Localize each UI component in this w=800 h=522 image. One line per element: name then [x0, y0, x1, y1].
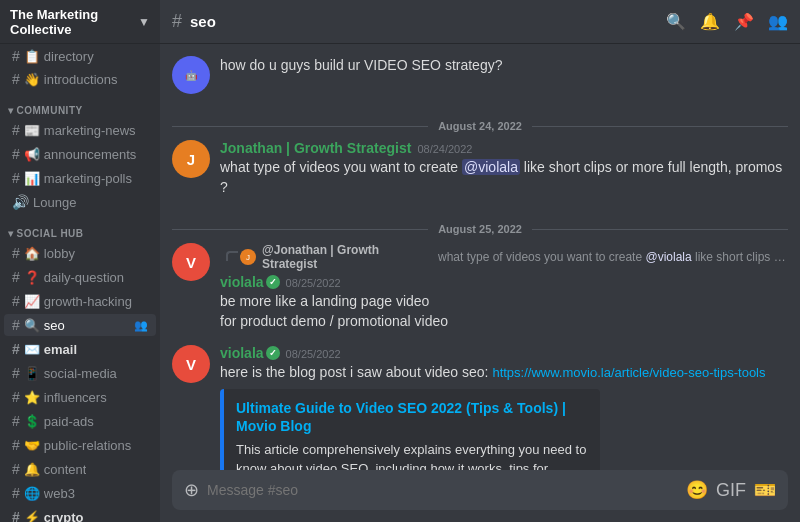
- hash-icon: #: [12, 509, 20, 522]
- divider-line: [532, 126, 788, 127]
- channel-label: growth-hacking: [44, 294, 132, 309]
- message-input[interactable]: [207, 472, 678, 508]
- channel-emoji: ✉️: [24, 342, 40, 357]
- hash-icon: #: [12, 146, 20, 162]
- date-divider-text: August 25, 2022: [428, 223, 532, 235]
- channel-item-lounge[interactable]: 🔊 Lounge: [4, 191, 156, 213]
- channel-item-directory[interactable]: # 📋 directory: [4, 45, 156, 67]
- message-content: how do u guys build ur VIDEO SEO strateg…: [220, 56, 788, 94]
- channel-item-web3[interactable]: # 🌐 web3: [4, 482, 156, 504]
- channel-item-content[interactable]: # 🔔 content: [4, 458, 156, 480]
- channel-item-social-media[interactable]: # 📱 social-media: [4, 362, 156, 384]
- pin-icon[interactable]: 📌: [734, 12, 754, 31]
- channel-item-marketing-polls[interactable]: # 📊 marketing-polls: [4, 167, 156, 189]
- category-arrow: ▾: [8, 228, 14, 239]
- verified-badge-icon-2: ✓: [266, 346, 280, 360]
- social-hub-category: ▾ SOCIAL HUB: [0, 214, 160, 241]
- message-content-jonathan: Jonathan | Growth Strategist 08/24/2022 …: [220, 140, 788, 197]
- search-icon[interactable]: 🔍: [666, 12, 686, 31]
- hash-icon: #: [12, 317, 20, 333]
- channel-item-influencers[interactable]: # ⭐ influencers: [4, 386, 156, 408]
- avatar-violala: V: [172, 243, 210, 281]
- add-icon[interactable]: ⊕: [184, 479, 199, 501]
- channel-label: web3: [44, 486, 75, 501]
- channel-item-marketing-news[interactable]: # 📰 marketing-news: [4, 119, 156, 141]
- divider-line: [172, 229, 428, 230]
- reply-line: [226, 251, 238, 261]
- channel-hash-icon: #: [172, 11, 182, 32]
- message-header: violala ✓ 08/25/2022: [220, 345, 788, 361]
- date-divider-text: August 24, 2022: [428, 120, 532, 132]
- channel-item-public-relations[interactable]: # 🤝 public-relations: [4, 434, 156, 456]
- message-text: how do u guys build ur VIDEO SEO strateg…: [220, 56, 788, 76]
- channel-emoji: 📢: [24, 147, 40, 162]
- channel-item-paid-ads[interactable]: # 💲 paid-ads: [4, 410, 156, 432]
- category-label: SOCIAL HUB: [17, 228, 84, 239]
- date-divider-aug24: August 24, 2022: [172, 120, 788, 132]
- gif-icon[interactable]: GIF: [716, 480, 746, 501]
- hash-icon: #: [12, 365, 20, 381]
- category-arrow: ▾: [8, 105, 14, 116]
- channel-emoji: 🏠: [24, 246, 40, 261]
- channel-emoji: 🔔: [24, 462, 40, 477]
- sticker-icon[interactable]: 🎫: [754, 479, 776, 501]
- channel-label: public-relations: [44, 438, 131, 453]
- date-divider-aug25: August 25, 2022: [172, 223, 788, 235]
- channel-item-email[interactable]: # ✉️ email: [4, 338, 156, 360]
- main-content: # seo 🔍 🔔 📌 👥 🤖 how do u guys build ur V…: [160, 0, 800, 522]
- message-content-violala-link: violala ✓ 08/25/2022 here is the blog po…: [220, 345, 788, 470]
- server-header[interactable]: The Marketing Collective ▼: [0, 0, 160, 44]
- channel-label: daily-question: [44, 270, 124, 285]
- channel-label: paid-ads: [44, 414, 94, 429]
- message-text: here is the blog post i saw about video …: [220, 363, 788, 383]
- embed-title[interactable]: Ultimate Guide to Video SEO 2022 (Tips &…: [236, 399, 588, 435]
- message-header: violala ✓ 08/25/2022: [220, 274, 788, 290]
- message-author: violala ✓: [220, 274, 280, 290]
- channel-label: directory: [44, 49, 94, 64]
- channel-label: content: [44, 462, 87, 477]
- channel-label: social-media: [44, 366, 117, 381]
- channel-emoji: 🔍: [24, 318, 40, 333]
- channel-item-seo[interactable]: # 🔍 seo 👥: [4, 314, 156, 336]
- channel-emoji: 📊: [24, 171, 40, 186]
- hash-icon: #: [12, 269, 20, 285]
- message-header: Jonathan | Growth Strategist 08/24/2022: [220, 140, 788, 156]
- channel-item-lobby[interactable]: # 🏠 lobby: [4, 242, 156, 264]
- video-seo-link[interactable]: https://www.movio.la/article/video-seo-t…: [492, 365, 765, 380]
- channel-item-growth-hacking[interactable]: # 📈 growth-hacking: [4, 290, 156, 312]
- notification-icon[interactable]: 🔔: [700, 12, 720, 31]
- reply-author: @Jonathan | Growth Strategist: [262, 243, 432, 271]
- message-text: be more like a landing page video: [220, 292, 788, 312]
- channel-emoji: 👋: [24, 72, 40, 87]
- reply-text: what type of videos you want to create @…: [438, 250, 788, 264]
- channel-label: crypto: [44, 510, 84, 523]
- message-group-violala-link: V violala ✓ 08/25/2022 here is the blog …: [172, 345, 788, 470]
- channel-label: email: [44, 342, 77, 357]
- app-container: The Marketing Collective ▼ # 📋 directory…: [0, 0, 800, 522]
- link-prefix-text: here is the blog post i saw about video …: [220, 364, 492, 380]
- divider-line: [172, 126, 428, 127]
- channel-item-introductions[interactable]: # 👋 introductions: [4, 68, 156, 90]
- mention-violala[interactable]: @violala: [462, 159, 520, 175]
- channel-emoji: ❓: [24, 270, 40, 285]
- hash-icon: #: [12, 341, 20, 357]
- emoji-icon[interactable]: 😊: [686, 479, 708, 501]
- hash-icon: #: [12, 437, 20, 453]
- channel-item-crypto[interactable]: # ⚡ crypto: [4, 506, 156, 522]
- channel-item-announcements[interactable]: # 📢 announcements: [4, 143, 156, 165]
- channel-item-daily-question[interactable]: # ❓ daily-question: [4, 266, 156, 288]
- avatar-violala-2: V: [172, 345, 210, 383]
- hash-icon: #: [12, 71, 20, 87]
- message-timestamp: 08/24/2022: [417, 143, 472, 155]
- violala-verified: violala ✓: [220, 274, 280, 290]
- users-icon: 👥: [134, 319, 148, 332]
- embed-description: This article comprehensively explains ev…: [236, 441, 588, 470]
- channel-emoji: 🌐: [24, 486, 40, 501]
- members-icon[interactable]: 👥: [768, 12, 788, 31]
- top-channels-section: # 📋 directory # 👋 introductions: [0, 44, 160, 91]
- hash-icon: #: [12, 389, 20, 405]
- channel-header-name: seo: [190, 13, 216, 30]
- server-dropdown-icon: ▼: [138, 15, 150, 29]
- channel-label: announcements: [44, 147, 137, 162]
- speaker-icon: 🔊: [12, 194, 29, 210]
